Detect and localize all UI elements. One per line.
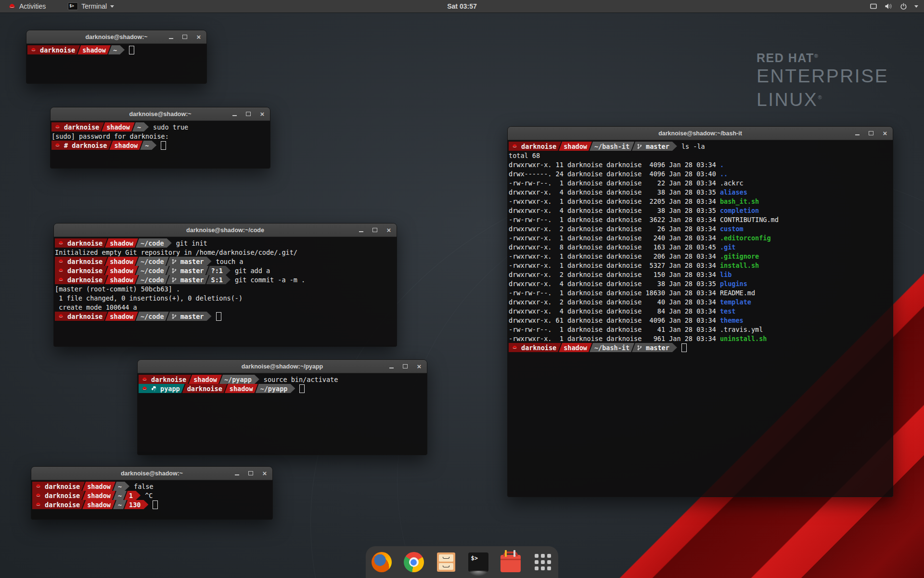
window-titlebar[interactable]: darknoise@shadow:~/pyapp × [138, 360, 427, 373]
window-titlebar[interactable]: darknoise@shadow:~/code × [54, 223, 397, 237]
terminal-line: -rwxrwxr-x. 1 darknoise darknoise 206 Ja… [509, 251, 892, 261]
minimize-button[interactable] [388, 364, 394, 369]
dock-app-grid[interactable] [532, 552, 553, 573]
minimize-button[interactable] [854, 131, 860, 136]
minimize-button[interactable] [231, 111, 237, 117]
maximize-button[interactable] [245, 111, 251, 117]
maximize-button[interactable] [182, 34, 188, 40]
window-indicator-icon[interactable] [870, 3, 877, 10]
terminal-content[interactable]: darknoiseshadow~falsedarknoiseshadow~1^C… [31, 480, 272, 519]
terminal-text: [master (root-commit) 50bcb63] . [55, 285, 180, 293]
minimize-button[interactable] [358, 227, 364, 233]
terminal-line: -rw-rw-r--. 1 darknoise darknoise 3622 J… [509, 215, 892, 224]
close-button[interactable]: × [196, 34, 202, 40]
terminal-line: darknoiseshadow~false [32, 482, 271, 491]
dock-files[interactable] [436, 552, 457, 573]
terminal-content[interactable]: darknoiseshadow~/pyappsource bin/activat… [138, 373, 427, 455]
terminal-line: drwxrwxr-x. 2 darknoise darknoise 26 Jan… [509, 224, 892, 233]
terminal-window-home-1: darknoise@shadow:~ × darknoiseshadow~ [26, 30, 207, 84]
terminal-text: drwxrwxr-x. 4 darknoise darknoise 38 Jan… [509, 207, 720, 214]
maximize-button[interactable] [372, 227, 378, 233]
close-button[interactable]: × [386, 227, 392, 233]
prompt-segment-path: ~/bash-it [590, 142, 634, 151]
terminal-text: drwxrwxr-x. 2 darknoise darknoise 26 Jan… [509, 225, 720, 233]
rhel-logo-line2: ENTERPRISE [757, 65, 888, 87]
terminal-text: create mode 100644 a [55, 303, 137, 311]
terminal-text: -rw-rw-r--. 1 darknoise darknoise 22 Jan… [509, 179, 744, 187]
prompt-segment-git: master [167, 257, 212, 266]
power-icon[interactable] [900, 3, 907, 10]
terminal-text: lib [720, 271, 732, 278]
prompt-segment-venv: pyapp [139, 384, 185, 393]
maximize-button[interactable] [248, 471, 254, 476]
dock-chrome[interactable] [403, 552, 424, 573]
prompt-segment-host: shadow [82, 482, 116, 491]
branch-icon [171, 259, 177, 264]
terminal-window-code: darknoise@shadow:~/code × darknoiseshado… [53, 223, 397, 347]
terminal-line: drwx------. 24 darknoise darknoise 4096 … [509, 169, 892, 178]
terminal-text: drwxrwxr-x. 11 darknoise darknoise 4096 … [509, 161, 720, 169]
terminal-content[interactable]: darknoiseshadow~/bash-itmasterls -latota… [508, 140, 893, 497]
python-icon [151, 386, 157, 392]
prompt-segment-host: shadow [102, 122, 135, 131]
system-menu-caret-icon[interactable] [914, 5, 918, 8]
terminal-text: -rwxrwxr-x. 1 darknoise darknoise 240 Ja… [509, 234, 720, 242]
dock-toolbox[interactable] [500, 552, 521, 573]
terminal-line: drwxrwxr-x. 4 darknoise darknoise 38 Jan… [509, 187, 892, 197]
prompt-segment-path: ~/code [136, 266, 169, 275]
close-button[interactable]: × [262, 471, 268, 476]
redhat-icon [512, 344, 518, 351]
terminal-line: -rw-rw-r--. 1 darknoise darknoise 41 Jan… [509, 325, 892, 334]
prompt-segment-path: ~ [140, 141, 156, 150]
terminal-content[interactable]: darknoiseshadow~/codegit initInitialized… [54, 237, 397, 346]
close-button[interactable]: × [259, 111, 265, 117]
redhat-icon [58, 240, 64, 246]
prompt-segment-err: 1 [124, 491, 141, 500]
close-button[interactable]: × [416, 364, 422, 369]
prompt-segment-host: shadow [225, 384, 258, 393]
minimize-button[interactable] [234, 471, 240, 476]
close-button[interactable]: × [882, 131, 888, 136]
prompt-segment-host: shadow [559, 142, 592, 151]
terminal-line: darknoiseshadow~/bash-itmasterls -la [509, 142, 892, 151]
branch-icon [171, 268, 177, 274]
terminal-line: -rw-rw-r--. 1 darknoise darknoise 18630 … [509, 288, 892, 297]
terminal-cursor [216, 312, 221, 321]
dock-firefox[interactable] [371, 552, 392, 573]
prompt-segment-path: ~ [113, 482, 129, 491]
chrome-icon [404, 552, 424, 572]
terminal-line: -rwxrwxr-x. 1 darknoise darknoise 2205 J… [509, 197, 892, 206]
window-titlebar[interactable]: darknoise@shadow:~ × [31, 467, 272, 480]
terminal-content[interactable]: darknoiseshadow~ [26, 44, 206, 83]
volume-icon[interactable] [885, 3, 893, 10]
terminal-text: touch a [216, 258, 244, 265]
maximize-button[interactable] [402, 364, 408, 369]
prompt-segment-path: ~/code [136, 312, 169, 321]
redhat-icon [35, 492, 41, 499]
maximize-button[interactable] [868, 131, 874, 136]
window-titlebar[interactable]: darknoise@shadow:~ × [26, 30, 206, 44]
window-titlebar[interactable]: darknoise@shadow:~ × [51, 107, 270, 121]
dock-terminal[interactable]: $> [468, 552, 489, 573]
minimize-button[interactable] [168, 34, 174, 40]
terminal-text: -rw-rw-r--. 1 darknoise darknoise 41 Jan… [509, 326, 763, 333]
terminal-text: plugins [720, 280, 747, 288]
terminal-cursor [161, 141, 166, 150]
terminal-content[interactable]: darknoiseshadow~sudo true[sudo] password… [51, 121, 270, 168]
clock[interactable]: Sat 03:57 [0, 2, 924, 10]
redhat-icon [141, 376, 148, 382]
terminal-line: # darknoiseshadow~ [51, 141, 269, 150]
firefox-icon [372, 552, 392, 572]
terminal-text: git commit -a -m . [235, 276, 305, 284]
redhat-icon [35, 483, 41, 489]
activities-button[interactable]: Activities [4, 0, 50, 13]
app-menu-terminal[interactable]: $> Terminal [64, 0, 118, 13]
terminal-text: install.sh [720, 262, 759, 269]
prompt-segment-user: darknoise [27, 45, 80, 54]
terminal-line: drwxrwxr-x. 4 darknoise darknoise 38 Jan… [509, 279, 892, 288]
prompt-segment-user: darknoise [182, 384, 227, 393]
terminal-line: -rwxrwxr-x. 1 darknoise darknoise 240 Ja… [509, 233, 892, 242]
prompt-segment-user: darknoise [32, 482, 85, 491]
window-titlebar[interactable]: darknoise@shadow:~/bash-it × [508, 127, 893, 140]
terminal-line: [master (root-commit) 50bcb63] . [55, 284, 396, 293]
